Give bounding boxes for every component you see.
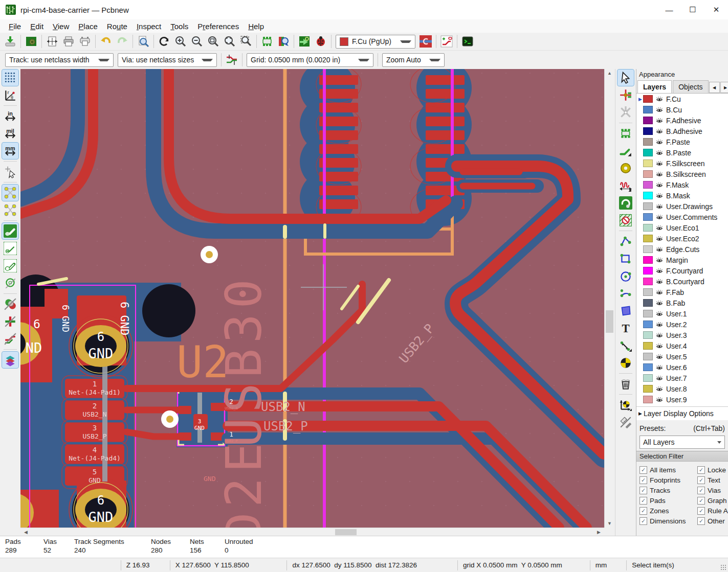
checkbox[interactable]: ✓ bbox=[639, 466, 647, 474]
layer-color-swatch[interactable] bbox=[643, 106, 653, 113]
layer-row-b-mask[interactable]: B.Mask bbox=[636, 190, 728, 201]
layer-color-swatch[interactable] bbox=[643, 278, 653, 285]
layer-color-swatch[interactable] bbox=[643, 235, 653, 242]
layer-color-swatch[interactable] bbox=[643, 95, 653, 103]
layer-color-swatch[interactable] bbox=[643, 127, 653, 135]
layer-row-b-adhesive[interactable]: B.Adhesive bbox=[636, 126, 728, 136]
zoom-selection-icon[interactable] bbox=[238, 34, 254, 49]
track-width-select[interactable]: Track: use netclass width bbox=[5, 53, 114, 67]
layer-visibility-eye-icon[interactable] bbox=[656, 246, 664, 253]
layer-visibility-eye-icon[interactable] bbox=[656, 257, 664, 263]
layer-visibility-eye-icon[interactable] bbox=[656, 279, 664, 285]
layer-visibility-eye-icon[interactable] bbox=[656, 397, 664, 403]
layer-visibility-eye-icon[interactable] bbox=[656, 214, 664, 220]
checkbox[interactable]: ✓ bbox=[639, 476, 647, 484]
layer-visibility-eye-icon[interactable] bbox=[656, 193, 664, 199]
layer-row-user-8[interactable]: User.8 bbox=[636, 383, 728, 394]
checkbox[interactable]: ✓ bbox=[697, 497, 705, 505]
add-zone-icon[interactable] bbox=[617, 195, 634, 211]
layer-row-user-comments[interactable]: User.Comments bbox=[636, 212, 728, 222]
filter-other[interactable]: ✓Other bbox=[697, 516, 728, 526]
via-size-select[interactable]: Via: use netclass sizes bbox=[118, 53, 217, 67]
layer-visibility-eye-icon[interactable] bbox=[656, 182, 664, 188]
polar-coords-icon[interactable]: rθ bbox=[2, 87, 18, 103]
select-tool-icon[interactable] bbox=[617, 70, 634, 86]
layer-row-f-silkscreen[interactable]: F.Silkscreen bbox=[636, 158, 728, 169]
highlight-net-icon[interactable] bbox=[617, 104, 634, 121]
vias-outline-icon[interactable] bbox=[2, 275, 18, 291]
layer-color-swatch[interactable] bbox=[643, 267, 653, 274]
layer-visibility-eye-icon[interactable] bbox=[656, 236, 664, 242]
minimize-button[interactable]: — bbox=[657, 0, 681, 19]
checkbox[interactable]: ✓ bbox=[697, 476, 705, 484]
layer-visibility-eye-icon[interactable] bbox=[656, 268, 664, 274]
layer-color-swatch[interactable] bbox=[643, 299, 653, 307]
menu-file[interactable]: File bbox=[4, 21, 26, 32]
layer-row-f-paste[interactable]: F.Paste bbox=[636, 136, 728, 147]
route-tracks-icon[interactable] bbox=[617, 143, 634, 159]
layer-row-b-silkscreen[interactable]: B.Silkscreen bbox=[636, 169, 728, 179]
maximize-button[interactable]: ☐ bbox=[681, 0, 704, 19]
layer-color-swatch[interactable] bbox=[643, 385, 653, 393]
layer-color-swatch[interactable] bbox=[643, 224, 653, 232]
tracks-thin-icon[interactable] bbox=[2, 240, 18, 257]
layer-row-b-fab[interactable]: B.Fab bbox=[636, 298, 728, 308]
menu-place[interactable]: Place bbox=[74, 21, 102, 32]
tab-layers[interactable]: Layers bbox=[637, 80, 672, 93]
layer-row-user-4[interactable]: User.4 bbox=[636, 340, 728, 351]
draw-arc-icon[interactable] bbox=[617, 285, 634, 302]
print-icon[interactable] bbox=[61, 34, 76, 49]
checkbox[interactable]: ✓ bbox=[639, 517, 647, 525]
layer-row-f-cu[interactable]: ▶F.Cu bbox=[636, 94, 728, 104]
layer-color-swatch[interactable] bbox=[643, 396, 653, 403]
tune-length-icon[interactable] bbox=[617, 177, 634, 194]
pcb-canvas[interactable]: U2 USB30 D2E USB2_N USB2_P USB2_P GND 6 … bbox=[20, 69, 604, 528]
layer-row-b-paste[interactable]: B.Paste bbox=[636, 147, 728, 158]
redo-icon[interactable] bbox=[115, 34, 130, 49]
menu-help[interactable]: Help bbox=[244, 21, 269, 32]
layer-color-swatch[interactable] bbox=[643, 159, 653, 167]
via-display-icon[interactable] bbox=[418, 34, 433, 49]
checkbox[interactable]: ✓ bbox=[697, 507, 705, 515]
add-text-icon[interactable]: T bbox=[617, 320, 634, 336]
layer-row-user-eco2[interactable]: User.Eco2 bbox=[636, 233, 728, 244]
tracks-filled-icon[interactable] bbox=[2, 223, 18, 239]
layer-row-b-cu[interactable]: B.Cu bbox=[636, 104, 728, 115]
layer-visibility-eye-icon[interactable] bbox=[656, 343, 664, 349]
layer-row-user-7[interactable]: User.7 bbox=[636, 373, 728, 383]
add-target-icon[interactable] bbox=[617, 355, 634, 371]
high-contrast-icon[interactable] bbox=[2, 352, 18, 368]
layer-row-user-2[interactable]: User.2 bbox=[636, 319, 728, 330]
layer-color-swatch[interactable] bbox=[643, 363, 653, 371]
layer-color-swatch[interactable] bbox=[643, 213, 653, 221]
layer-color-swatch[interactable] bbox=[643, 149, 653, 156]
diff-pair-dimensions-icon[interactable] bbox=[224, 52, 239, 67]
layer-color-swatch[interactable] bbox=[643, 353, 653, 360]
layer-row-f-adhesive[interactable]: F.Adhesive bbox=[636, 115, 728, 126]
checkbox[interactable]: ✓ bbox=[639, 497, 647, 505]
layer-color-swatch[interactable] bbox=[643, 181, 653, 189]
zoom-out-icon[interactable] bbox=[189, 34, 205, 49]
scroll-down-icon[interactable]: ▼ bbox=[605, 519, 614, 528]
layer-row-user-1[interactable]: User.1 bbox=[636, 308, 728, 319]
filter-zones[interactable]: ✓Zones bbox=[639, 506, 697, 516]
save-icon[interactable] bbox=[3, 34, 18, 49]
layer-color-swatch[interactable] bbox=[643, 138, 653, 146]
scroll-left-icon[interactable]: ◀ bbox=[21, 528, 30, 536]
layer-row-user-eco1[interactable]: User.Eco1 bbox=[636, 222, 728, 233]
layer-visibility-eye-icon[interactable] bbox=[656, 128, 664, 134]
menu-inspect[interactable]: Inspect bbox=[132, 21, 166, 32]
draw-rectangle-icon[interactable] bbox=[617, 250, 634, 267]
page-settings-icon[interactable] bbox=[45, 34, 60, 49]
filter-vias[interactable]: ✓Vias bbox=[697, 485, 728, 495]
checkbox[interactable]: ✓ bbox=[697, 487, 705, 494]
layer-color-swatch[interactable] bbox=[643, 202, 653, 210]
layer-visibility-eye-icon[interactable] bbox=[656, 300, 664, 306]
tab-scroll-right-icon[interactable]: ▶ bbox=[720, 82, 728, 93]
layer-visibility-eye-icon[interactable] bbox=[656, 386, 664, 392]
layer-row-f-fab[interactable]: F.Fab bbox=[636, 287, 728, 298]
layer-color-swatch[interactable] bbox=[643, 331, 653, 339]
layer-row-edge-cuts[interactable]: Edge.Cuts bbox=[636, 244, 728, 255]
filter-all-items[interactable]: ✓All items bbox=[639, 465, 697, 475]
checkbox[interactable]: ✓ bbox=[639, 507, 647, 515]
